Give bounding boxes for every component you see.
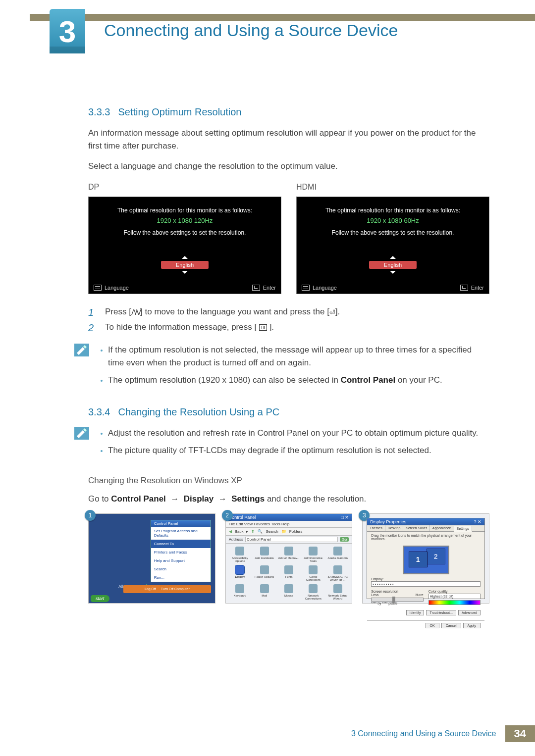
monitor-1-icon: 1 (409, 552, 428, 567)
footer-chapter-label: 3 Connecting and Using a Source Device (351, 729, 496, 738)
go-button: Go (340, 537, 349, 542)
note-list: Adjust the resolution and refresh rate i… (98, 427, 478, 462)
display-label: Display: (371, 577, 383, 581)
menubar: File Edit View Favorites Tools Help (226, 521, 352, 528)
section-334-heading: 3.3.4 Changing the Resolution Using a PC (88, 406, 489, 418)
screen-res-label: Screen resolution (371, 590, 423, 593)
text: and change the resolution. (265, 494, 366, 504)
text: ]. (335, 307, 340, 316)
generic-icon (333, 584, 342, 593)
cp-item: Game Controllers (302, 565, 324, 581)
start-menu: Control Panel Set Program Access and Def… (151, 520, 211, 582)
color-quality-dropdown: Highest (32 bit) (428, 594, 481, 599)
cp-item: Network Connections (302, 584, 324, 600)
display-row: Display: • • • • • • • • • • (367, 577, 484, 587)
resolution-value: **** by **** pixels (371, 602, 423, 605)
generic-icon (309, 547, 318, 555)
text: ]. (269, 322, 274, 332)
start-menu-header: Control Panel (151, 520, 211, 527)
language-selector: English (161, 256, 209, 274)
dialog-titlebar: Display Properties? ✕ (367, 518, 484, 525)
intro-paragraph-2: Select a language and change the resolut… (88, 160, 489, 173)
text: Go to (88, 494, 111, 504)
step-text: To hide the information message, press [… (105, 322, 274, 334)
arrow-down-icon (182, 271, 188, 274)
start-menu-item: Help and Support (151, 556, 211, 565)
note-block-1: If the optimum resolution is not selecte… (88, 344, 489, 392)
label: Display (235, 575, 245, 578)
dp-column: DP The optimal resolution for this monit… (88, 183, 281, 294)
cp-item: Administrative Tools (302, 547, 324, 562)
title: Control Panel (229, 515, 256, 520)
enter-label: Enter (263, 285, 276, 291)
start-menu-item: Run... (151, 573, 211, 582)
mid-buttons: Identify Troubleshoot... Advanced (367, 608, 484, 617)
arrow-up-icon (182, 256, 188, 259)
note-icon (74, 427, 89, 440)
display-bold: Display (184, 494, 214, 504)
step-badge-1: 1 (85, 510, 96, 521)
chapter-badge: 3 (50, 9, 85, 53)
note-list: If the optimum resolution is not selecte… (98, 344, 489, 392)
generic-icon (260, 565, 269, 574)
tab: Desktop (385, 525, 404, 531)
advanced-button: Advanced (458, 610, 481, 615)
generic-icon (260, 584, 269, 593)
start-menu-item: Search (151, 565, 211, 573)
label: Add Hardware (255, 556, 273, 559)
cp-item: Network Setup Wizard (326, 584, 349, 600)
cancel-button: Cancel (441, 623, 461, 628)
address-value: Control Panel (245, 537, 338, 542)
osd-footer-enter: Enter (252, 285, 276, 291)
language-value: English (161, 261, 209, 269)
generic-icon (309, 565, 318, 574)
address-bar: Address Control Panel Go (226, 536, 352, 544)
window-controls-icon: □ ✕ (341, 515, 349, 520)
osd-line2: Follow the above settings to set the res… (124, 229, 246, 236)
menu-icon (94, 285, 102, 291)
start-menu-item: Set Program Access and Defaults (151, 527, 211, 540)
note-icon (74, 344, 89, 356)
section-number: 3.3.4 (88, 406, 110, 418)
label: Administrative Tools (304, 556, 322, 562)
language-selector: English (369, 256, 417, 274)
arrow-down-icon (390, 271, 396, 274)
osd-screenshots: DP The optimal resolution for this monit… (88, 183, 489, 294)
tab: Appearance (430, 525, 454, 531)
cp-item: Add or Remov... (277, 547, 300, 562)
resolution-color-row: Screen resolution LessMore **** by **** … (367, 590, 484, 605)
label: Keyboard (233, 594, 246, 597)
generic-icon (284, 584, 293, 593)
control-panel-grid: Accessibility Options Add Hardware Add o… (226, 544, 352, 603)
osd-footer-language: Language (302, 285, 337, 291)
cp-item: Mail (253, 584, 275, 600)
label: Game Controllers (306, 575, 321, 581)
section-title: Changing the Resolution Using a PC (118, 406, 279, 418)
back-label: Back (235, 529, 244, 534)
hdmi-label: HDMI (296, 183, 489, 192)
note-item: Adjust the resolution and refresh rate i… (108, 427, 478, 440)
enter-icon (460, 285, 468, 291)
text: To hide the information message, press [ (105, 322, 257, 332)
label: Accessibility Options (232, 556, 248, 562)
logoff-bar: Log Off Turn Off Computer (123, 585, 211, 593)
label: Adobe Gamma (327, 556, 347, 559)
generic-icon (235, 547, 244, 555)
osd-line1: The optimal resolution for this monitor … (325, 207, 460, 214)
osd-line1: The optimal resolution for this monitor … (117, 207, 252, 214)
monitor-preview: 1 2 (403, 546, 449, 574)
display-properties-dialog: Display Properties? ✕ Themes Desktop Scr… (367, 518, 485, 599)
address-label: Address (229, 537, 243, 542)
turn-off-label: Turn Off Computer (161, 587, 190, 591)
color-quality-label: Color quality (428, 590, 481, 593)
title: Display Properties (370, 519, 406, 524)
note-item: The optimum resolution (1920 x 1080) can… (108, 374, 489, 387)
log-off-label: Log Off (145, 587, 156, 591)
label: Folder Options (255, 575, 274, 578)
label: SAMSUNG PC Driver for ... (327, 575, 347, 581)
cp-item: Adobe Gamma (326, 547, 349, 562)
identify-button: Identify (406, 610, 425, 615)
hdmi-column: HDMI The optimal resolution for this mon… (296, 183, 489, 294)
instruction-steps: 1 Press [ᐱ/ᐯ] to move to the language yo… (88, 307, 489, 334)
language-label: Language (313, 285, 337, 291)
